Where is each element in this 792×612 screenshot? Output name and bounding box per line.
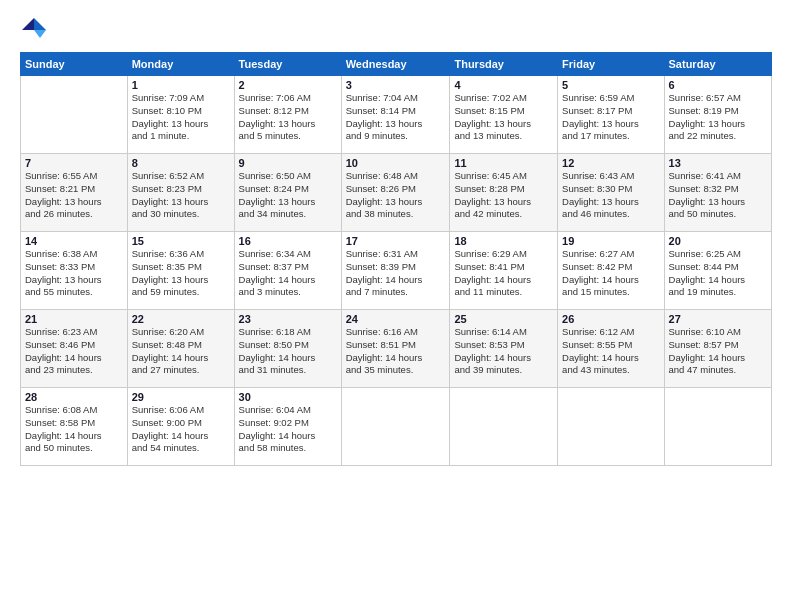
header (20, 16, 772, 44)
day-number: 12 (562, 157, 659, 169)
day-number: 20 (669, 235, 767, 247)
calendar-cell: 6Sunrise: 6:57 AM Sunset: 8:19 PM Daylig… (664, 76, 771, 154)
svg-marker-1 (34, 30, 46, 38)
day-number: 26 (562, 313, 659, 325)
calendar-cell: 4Sunrise: 7:02 AM Sunset: 8:15 PM Daylig… (450, 76, 558, 154)
day-info: Sunrise: 6:16 AM Sunset: 8:51 PM Dayligh… (346, 326, 446, 377)
day-number: 30 (239, 391, 337, 403)
day-number: 7 (25, 157, 123, 169)
day-info: Sunrise: 6:38 AM Sunset: 8:33 PM Dayligh… (25, 248, 123, 299)
week-row-1: 1Sunrise: 7:09 AM Sunset: 8:10 PM Daylig… (21, 76, 772, 154)
day-info: Sunrise: 6:14 AM Sunset: 8:53 PM Dayligh… (454, 326, 553, 377)
calendar-cell: 18Sunrise: 6:29 AM Sunset: 8:41 PM Dayli… (450, 232, 558, 310)
day-number: 17 (346, 235, 446, 247)
weekday-header-row: SundayMondayTuesdayWednesdayThursdayFrid… (21, 53, 772, 76)
day-number: 10 (346, 157, 446, 169)
day-number: 1 (132, 79, 230, 91)
calendar: SundayMondayTuesdayWednesdayThursdayFrid… (20, 52, 772, 466)
calendar-cell: 12Sunrise: 6:43 AM Sunset: 8:30 PM Dayli… (558, 154, 664, 232)
calendar-cell: 3Sunrise: 7:04 AM Sunset: 8:14 PM Daylig… (341, 76, 450, 154)
day-info: Sunrise: 6:59 AM Sunset: 8:17 PM Dayligh… (562, 92, 659, 143)
weekday-header-thursday: Thursday (450, 53, 558, 76)
day-number: 3 (346, 79, 446, 91)
calendar-cell: 14Sunrise: 6:38 AM Sunset: 8:33 PM Dayli… (21, 232, 128, 310)
calendar-cell: 13Sunrise: 6:41 AM Sunset: 8:32 PM Dayli… (664, 154, 771, 232)
day-number: 28 (25, 391, 123, 403)
svg-marker-2 (22, 18, 34, 30)
week-row-2: 7Sunrise: 6:55 AM Sunset: 8:21 PM Daylig… (21, 154, 772, 232)
calendar-cell: 7Sunrise: 6:55 AM Sunset: 8:21 PM Daylig… (21, 154, 128, 232)
svg-marker-0 (34, 18, 46, 30)
day-info: Sunrise: 6:29 AM Sunset: 8:41 PM Dayligh… (454, 248, 553, 299)
calendar-cell: 30Sunrise: 6:04 AM Sunset: 9:02 PM Dayli… (234, 388, 341, 466)
weekday-header-saturday: Saturday (664, 53, 771, 76)
day-info: Sunrise: 6:36 AM Sunset: 8:35 PM Dayligh… (132, 248, 230, 299)
calendar-cell: 5Sunrise: 6:59 AM Sunset: 8:17 PM Daylig… (558, 76, 664, 154)
day-number: 6 (669, 79, 767, 91)
page: SundayMondayTuesdayWednesdayThursdayFrid… (0, 0, 792, 612)
day-info: Sunrise: 6:10 AM Sunset: 8:57 PM Dayligh… (669, 326, 767, 377)
week-row-4: 21Sunrise: 6:23 AM Sunset: 8:46 PM Dayli… (21, 310, 772, 388)
calendar-cell: 16Sunrise: 6:34 AM Sunset: 8:37 PM Dayli… (234, 232, 341, 310)
day-info: Sunrise: 6:06 AM Sunset: 9:00 PM Dayligh… (132, 404, 230, 455)
day-info: Sunrise: 6:04 AM Sunset: 9:02 PM Dayligh… (239, 404, 337, 455)
day-info: Sunrise: 6:50 AM Sunset: 8:24 PM Dayligh… (239, 170, 337, 221)
calendar-cell: 27Sunrise: 6:10 AM Sunset: 8:57 PM Dayli… (664, 310, 771, 388)
weekday-header-tuesday: Tuesday (234, 53, 341, 76)
day-number: 9 (239, 157, 337, 169)
logo-icon (20, 16, 48, 44)
calendar-cell: 1Sunrise: 7:09 AM Sunset: 8:10 PM Daylig… (127, 76, 234, 154)
calendar-cell: 17Sunrise: 6:31 AM Sunset: 8:39 PM Dayli… (341, 232, 450, 310)
day-info: Sunrise: 6:45 AM Sunset: 8:28 PM Dayligh… (454, 170, 553, 221)
day-info: Sunrise: 6:18 AM Sunset: 8:50 PM Dayligh… (239, 326, 337, 377)
calendar-cell: 28Sunrise: 6:08 AM Sunset: 8:58 PM Dayli… (21, 388, 128, 466)
day-info: Sunrise: 6:08 AM Sunset: 8:58 PM Dayligh… (25, 404, 123, 455)
day-info: Sunrise: 7:06 AM Sunset: 8:12 PM Dayligh… (239, 92, 337, 143)
week-row-5: 28Sunrise: 6:08 AM Sunset: 8:58 PM Dayli… (21, 388, 772, 466)
day-number: 14 (25, 235, 123, 247)
weekday-header-friday: Friday (558, 53, 664, 76)
day-number: 8 (132, 157, 230, 169)
weekday-header-sunday: Sunday (21, 53, 128, 76)
day-number: 5 (562, 79, 659, 91)
day-info: Sunrise: 6:23 AM Sunset: 8:46 PM Dayligh… (25, 326, 123, 377)
day-info: Sunrise: 7:09 AM Sunset: 8:10 PM Dayligh… (132, 92, 230, 143)
day-number: 25 (454, 313, 553, 325)
calendar-cell: 10Sunrise: 6:48 AM Sunset: 8:26 PM Dayli… (341, 154, 450, 232)
calendar-cell: 20Sunrise: 6:25 AM Sunset: 8:44 PM Dayli… (664, 232, 771, 310)
calendar-cell: 9Sunrise: 6:50 AM Sunset: 8:24 PM Daylig… (234, 154, 341, 232)
weekday-header-wednesday: Wednesday (341, 53, 450, 76)
day-info: Sunrise: 6:34 AM Sunset: 8:37 PM Dayligh… (239, 248, 337, 299)
day-info: Sunrise: 6:52 AM Sunset: 8:23 PM Dayligh… (132, 170, 230, 221)
day-number: 27 (669, 313, 767, 325)
day-info: Sunrise: 6:20 AM Sunset: 8:48 PM Dayligh… (132, 326, 230, 377)
day-info: Sunrise: 6:48 AM Sunset: 8:26 PM Dayligh… (346, 170, 446, 221)
calendar-cell: 23Sunrise: 6:18 AM Sunset: 8:50 PM Dayli… (234, 310, 341, 388)
calendar-cell (558, 388, 664, 466)
calendar-cell: 11Sunrise: 6:45 AM Sunset: 8:28 PM Dayli… (450, 154, 558, 232)
calendar-cell: 24Sunrise: 6:16 AM Sunset: 8:51 PM Dayli… (341, 310, 450, 388)
day-info: Sunrise: 6:25 AM Sunset: 8:44 PM Dayligh… (669, 248, 767, 299)
calendar-cell (341, 388, 450, 466)
day-info: Sunrise: 6:12 AM Sunset: 8:55 PM Dayligh… (562, 326, 659, 377)
calendar-cell: 21Sunrise: 6:23 AM Sunset: 8:46 PM Dayli… (21, 310, 128, 388)
day-number: 19 (562, 235, 659, 247)
day-number: 11 (454, 157, 553, 169)
day-info: Sunrise: 7:04 AM Sunset: 8:14 PM Dayligh… (346, 92, 446, 143)
calendar-cell: 26Sunrise: 6:12 AM Sunset: 8:55 PM Dayli… (558, 310, 664, 388)
day-number: 16 (239, 235, 337, 247)
day-info: Sunrise: 6:55 AM Sunset: 8:21 PM Dayligh… (25, 170, 123, 221)
calendar-cell: 25Sunrise: 6:14 AM Sunset: 8:53 PM Dayli… (450, 310, 558, 388)
day-info: Sunrise: 6:27 AM Sunset: 8:42 PM Dayligh… (562, 248, 659, 299)
day-info: Sunrise: 7:02 AM Sunset: 8:15 PM Dayligh… (454, 92, 553, 143)
calendar-cell: 2Sunrise: 7:06 AM Sunset: 8:12 PM Daylig… (234, 76, 341, 154)
week-row-3: 14Sunrise: 6:38 AM Sunset: 8:33 PM Dayli… (21, 232, 772, 310)
day-info: Sunrise: 6:57 AM Sunset: 8:19 PM Dayligh… (669, 92, 767, 143)
calendar-cell (450, 388, 558, 466)
day-number: 22 (132, 313, 230, 325)
calendar-cell (664, 388, 771, 466)
calendar-cell: 29Sunrise: 6:06 AM Sunset: 9:00 PM Dayli… (127, 388, 234, 466)
day-info: Sunrise: 6:43 AM Sunset: 8:30 PM Dayligh… (562, 170, 659, 221)
day-number: 4 (454, 79, 553, 91)
calendar-cell: 19Sunrise: 6:27 AM Sunset: 8:42 PM Dayli… (558, 232, 664, 310)
